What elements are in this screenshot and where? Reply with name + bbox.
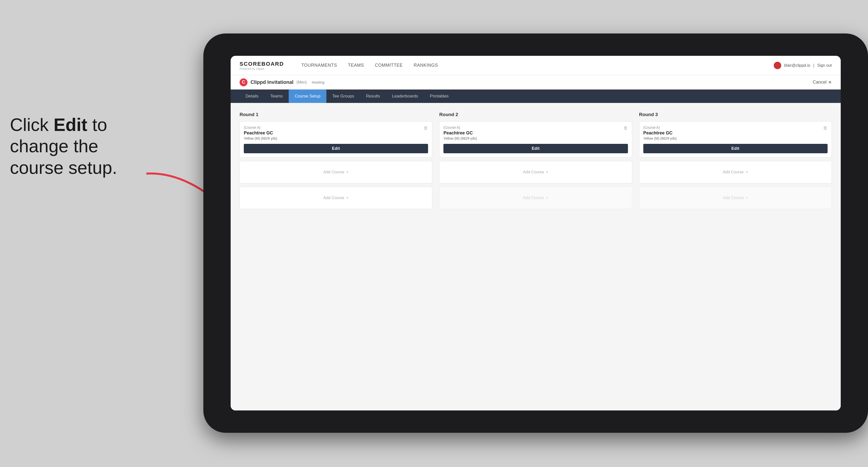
round-1-plus-1: + bbox=[346, 170, 348, 174]
hosting-badge: Hosting bbox=[312, 80, 324, 84]
round-1-plus-2: + bbox=[346, 196, 348, 200]
logo-scoreboard: SCOREBOARD bbox=[240, 61, 284, 67]
round-3-add-text-2: Add Course + bbox=[723, 196, 748, 200]
tablet: SCOREBOARD Powered by clippd TOURNAMENTS… bbox=[204, 33, 868, 433]
round-3-plus-2: + bbox=[746, 196, 748, 200]
sub-header: C Clippd Invitational (Men) Hosting Canc… bbox=[230, 75, 841, 90]
nav-links: TOURNAMENTS TEAMS COMMITTEE RANKINGS bbox=[296, 56, 774, 75]
round-3-course-info: (Course A) Peachtree GC Yellow (M) (6629… bbox=[643, 125, 677, 144]
round-3-course-card: (Course A) Peachtree GC Yellow (M) (6629… bbox=[639, 121, 832, 157]
nav-right: blair@clippd.io | Sign out bbox=[774, 62, 832, 69]
round-1-card-header: (Course A) Peachtree GC Yellow (M) (6629… bbox=[244, 125, 428, 144]
round-3-add-course-1[interactable]: Add Course + bbox=[639, 161, 832, 183]
round-2-card-header: (Course A) Peachtree GC Yellow (M) (6629… bbox=[443, 125, 628, 144]
tab-details[interactable]: Details bbox=[240, 90, 265, 103]
round-2-course-card: (Course A) Peachtree GC Yellow (M) (6629… bbox=[439, 121, 632, 157]
round-1-add-course-1[interactable]: Add Course + bbox=[240, 161, 432, 183]
round-1-course-card: (Course A) Peachtree GC Yellow (M) (6629… bbox=[240, 121, 432, 157]
cancel-button[interactable]: Cancel ✕ bbox=[813, 80, 832, 85]
round-2-add-text-2: Add Course + bbox=[523, 196, 548, 200]
round-3-add-course-2: Add Course + bbox=[639, 187, 832, 209]
main-content: Round 1 (Course A) Peachtree GC Yellow (… bbox=[230, 103, 841, 410]
round-1-add-text-1: Add Course + bbox=[323, 170, 349, 174]
logo-sub: Powered by clippd bbox=[240, 67, 284, 70]
tablet-screen: SCOREBOARD Powered by clippd TOURNAMENTS… bbox=[230, 56, 841, 410]
nav-rankings[interactable]: RANKINGS bbox=[408, 56, 443, 75]
round-2-course-info: (Course A) Peachtree GC Yellow (M) (6629… bbox=[443, 125, 477, 144]
edit-bold: Edit bbox=[54, 115, 87, 135]
tournament-info: C Clippd Invitational (Men) Hosting bbox=[240, 79, 324, 86]
round-2-add-course-2: Add Course + bbox=[439, 187, 632, 209]
round-3-course-details: Yellow (M) (6629 yds) bbox=[643, 136, 677, 141]
round-3-plus-1: + bbox=[746, 170, 748, 174]
tab-course-setup[interactable]: Course Setup bbox=[289, 90, 327, 103]
scene: Click Edit tochange thecourse setup. SCO… bbox=[0, 0, 868, 467]
nav-committee[interactable]: COMMITTEE bbox=[370, 56, 408, 75]
round-3-course-label: (Course A) bbox=[643, 125, 677, 129]
round-1-course-label: (Course A) bbox=[244, 125, 277, 129]
instruction-text: Click Edit tochange thecourse setup. bbox=[10, 114, 117, 178]
round-3-course-name: Peachtree GC bbox=[643, 130, 677, 136]
logo-area: SCOREBOARD Powered by clippd bbox=[240, 61, 284, 70]
round-2-add-text-1: Add Course + bbox=[523, 170, 548, 174]
round-3-title: Round 3 bbox=[639, 112, 832, 117]
top-nav: SCOREBOARD Powered by clippd TOURNAMENTS… bbox=[230, 56, 841, 75]
nav-separator: | bbox=[813, 63, 814, 68]
tab-printables[interactable]: Printables bbox=[424, 90, 455, 103]
round-1-course-info: (Course A) Peachtree GC Yellow (M) (6629… bbox=[244, 125, 277, 144]
round-1-course-details: Yellow (M) (6629 yds) bbox=[244, 136, 277, 141]
rounds-container: Round 1 (Course A) Peachtree GC Yellow (… bbox=[240, 112, 832, 213]
tab-tee-groups[interactable]: Tee Groups bbox=[327, 90, 360, 103]
round-3-edit-button[interactable]: Edit bbox=[643, 144, 828, 153]
round-2-column: Round 2 (Course A) Peachtree GC Yellow (… bbox=[439, 112, 632, 213]
round-1-add-course-2[interactable]: Add Course + bbox=[240, 187, 432, 209]
cancel-x-icon: ✕ bbox=[828, 80, 832, 85]
tab-bar: Details Teams Course Setup Tee Groups Re… bbox=[230, 90, 841, 103]
round-2-trash-icon[interactable]: 🗑 bbox=[623, 125, 628, 131]
round-2-course-details: Yellow (M) (6629 yds) bbox=[443, 136, 477, 141]
round-2-title: Round 2 bbox=[439, 112, 632, 117]
cancel-label: Cancel bbox=[813, 80, 827, 85]
round-1-column: Round 1 (Course A) Peachtree GC Yellow (… bbox=[240, 112, 432, 213]
round-1-title: Round 1 bbox=[240, 112, 432, 117]
round-1-edit-button[interactable]: Edit bbox=[244, 144, 428, 153]
tab-teams[interactable]: Teams bbox=[265, 90, 289, 103]
round-3-card-header: (Course A) Peachtree GC Yellow (M) (6629… bbox=[643, 125, 828, 144]
round-3-add-text-1: Add Course + bbox=[723, 170, 748, 174]
tournament-gender: (Men) bbox=[297, 80, 307, 85]
round-3-trash-icon[interactable]: 🗑 bbox=[823, 125, 828, 131]
round-1-course-name: Peachtree GC bbox=[244, 130, 277, 136]
user-email: blair@clippd.io bbox=[784, 63, 810, 68]
round-2-add-course-1[interactable]: Add Course + bbox=[439, 161, 632, 183]
round-2-plus-1: + bbox=[546, 170, 548, 174]
round-1-trash-icon[interactable]: 🗑 bbox=[424, 125, 428, 131]
user-avatar bbox=[774, 62, 781, 69]
nav-tournaments[interactable]: TOURNAMENTS bbox=[296, 56, 342, 75]
round-2-course-label: (Course A) bbox=[443, 125, 477, 129]
round-2-course-name: Peachtree GC bbox=[443, 130, 477, 136]
round-2-plus-2: + bbox=[546, 196, 548, 200]
nav-teams[interactable]: TEAMS bbox=[342, 56, 370, 75]
sign-out-link[interactable]: Sign out bbox=[817, 63, 832, 68]
tab-results[interactable]: Results bbox=[360, 90, 386, 103]
round-1-add-text-2: Add Course + bbox=[323, 196, 349, 200]
tab-leaderboards[interactable]: Leaderboards bbox=[386, 90, 424, 103]
tournament-name: Clippd Invitational bbox=[250, 80, 293, 85]
c-logo: C bbox=[240, 79, 248, 86]
round-2-edit-button[interactable]: Edit bbox=[443, 144, 628, 153]
round-3-column: Round 3 (Course A) Peachtree GC Yellow (… bbox=[639, 112, 832, 213]
